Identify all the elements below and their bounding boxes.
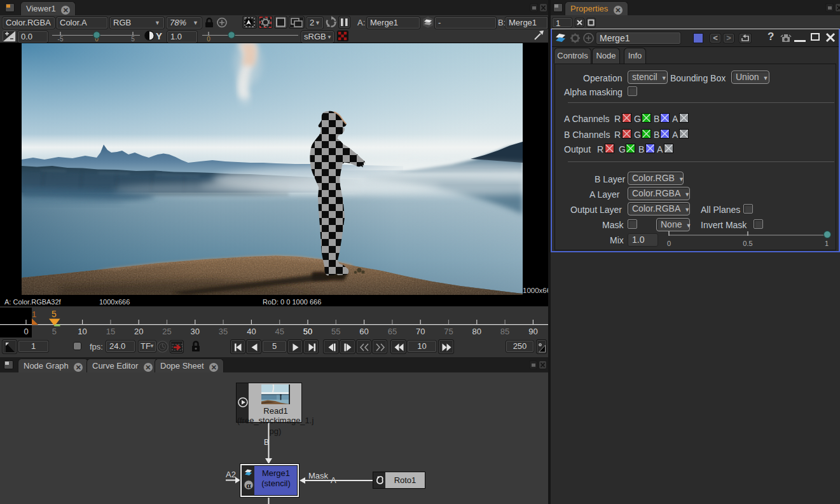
svg-text:65: 65 (388, 327, 397, 336)
svg-text:1: 1 (32, 310, 36, 319)
svg-text:85: 85 (500, 327, 509, 336)
svg-text:10: 10 (78, 327, 86, 336)
svg-text:5: 5 (52, 327, 57, 336)
svg-text:60: 60 (359, 327, 368, 336)
svg-text:A2: A2 (226, 470, 236, 479)
svg-text:A: A (331, 475, 336, 485)
svg-text:Mask: Mask (308, 471, 329, 480)
svg-text:90: 90 (528, 327, 537, 336)
svg-text:0: 0 (667, 240, 671, 247)
svg-text:0.5: 0.5 (743, 240, 752, 247)
svg-text:α: α (246, 480, 251, 490)
svg-text:30: 30 (191, 327, 200, 336)
svg-text:25: 25 (162, 327, 171, 336)
svg-text:5: 5 (131, 36, 135, 43)
svg-text:0: 0 (207, 36, 210, 43)
svg-text:-5: -5 (58, 36, 64, 43)
svg-text:5: 5 (52, 309, 57, 319)
svg-text:20: 20 (134, 327, 143, 336)
svg-text:55: 55 (331, 327, 340, 336)
svg-text:50: 50 (303, 327, 312, 336)
svg-text:B: B (264, 438, 269, 447)
svg-text:40: 40 (247, 327, 256, 336)
svg-text:1: 1 (825, 240, 829, 247)
svg-text:70: 70 (416, 327, 425, 336)
svg-text:35: 35 (219, 327, 228, 336)
svg-text:75: 75 (444, 327, 453, 336)
svg-text:0: 0 (24, 327, 28, 336)
svg-text:45: 45 (275, 327, 284, 336)
svg-text:80: 80 (472, 327, 481, 336)
svg-text:15: 15 (106, 327, 115, 336)
